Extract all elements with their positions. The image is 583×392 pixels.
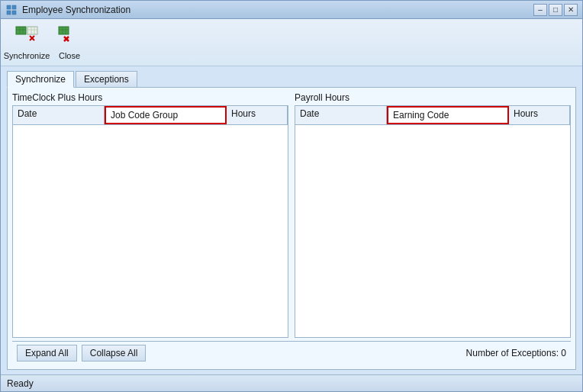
synchronize-button[interactable]: Synchronize — [7, 22, 47, 63]
synchronize-label: Synchronize — [4, 51, 50, 60]
tab-exceptions[interactable]: Exceptions — [76, 71, 137, 88]
synchronize-icon — [14, 25, 39, 50]
payroll-table: Date Earning Code Hours — [295, 105, 571, 338]
payroll-table-header: Date Earning Code Hours — [295, 106, 570, 125]
payroll-table-body — [295, 125, 570, 337]
window-title: Employee Synchronization — [22, 5, 533, 15]
svg-rect-0 — [7, 5, 11, 9]
title-bar-buttons: – □ ✕ — [533, 4, 578, 16]
bottom-bar: Expand All Collapse All Number of Except… — [12, 341, 571, 365]
close-button[interactable]: Close — [50, 22, 89, 63]
svg-rect-14 — [59, 27, 69, 34]
svg-rect-8 — [27, 27, 37, 34]
payroll-panel: Payroll Hours Date Earning Code Hours — [295, 92, 571, 338]
exceptions-count: Number of Exceptions: 0 — [466, 348, 566, 358]
svg-rect-2 — [7, 11, 11, 14]
app-icon — [5, 4, 18, 16]
panels-row: TimeClock Plus Hours Date Job Code Group… — [12, 92, 571, 338]
payroll-hours-header: Hours — [509, 106, 570, 124]
svg-rect-1 — [12, 5, 16, 9]
payroll-panel-title: Payroll Hours — [295, 92, 571, 103]
svg-rect-4 — [16, 27, 26, 34]
restore-button[interactable]: □ — [549, 4, 562, 16]
timeclock-panel-title: TimeClock Plus Hours — [12, 92, 288, 103]
tabs: Synchronize Exceptions — [7, 71, 576, 88]
svg-rect-3 — [12, 11, 16, 14]
timeclock-panel: TimeClock Plus Hours Date Job Code Group… — [12, 92, 288, 338]
timeclock-table: Date Job Code Group Hours — [12, 105, 288, 338]
collapse-all-button[interactable]: Collapse All — [82, 345, 147, 361]
timeclock-table-header: Date Job Code Group Hours — [13, 106, 288, 125]
close-icon — [57, 25, 82, 50]
toolbar: Synchronize Close — [1, 19, 582, 66]
status-bar: Ready — [1, 374, 582, 391]
timeclock-job-code-header: Job Code Group — [105, 106, 227, 124]
timeclock-hours-header: Hours — [227, 106, 288, 124]
payroll-earning-code-header: Earning Code — [387, 106, 509, 124]
tab-content: TimeClock Plus Hours Date Job Code Group… — [7, 87, 576, 370]
main-window: Employee Synchronization – □ ✕ — [0, 0, 583, 392]
timeclock-table-body — [13, 125, 288, 337]
tab-synchronize[interactable]: Synchronize — [7, 71, 74, 88]
window-close-button[interactable]: ✕ — [564, 4, 578, 16]
payroll-date-header: Date — [295, 106, 387, 124]
status-text: Ready — [7, 378, 34, 389]
expand-all-button[interactable]: Expand All — [17, 345, 77, 361]
minimize-button[interactable]: – — [533, 4, 547, 16]
timeclock-date-header: Date — [13, 106, 105, 124]
content-area: Synchronize Exceptions TimeClock Plus Ho… — [1, 66, 582, 374]
close-label: Close — [59, 51, 80, 60]
title-bar: Employee Synchronization – □ ✕ — [1, 1, 582, 19]
